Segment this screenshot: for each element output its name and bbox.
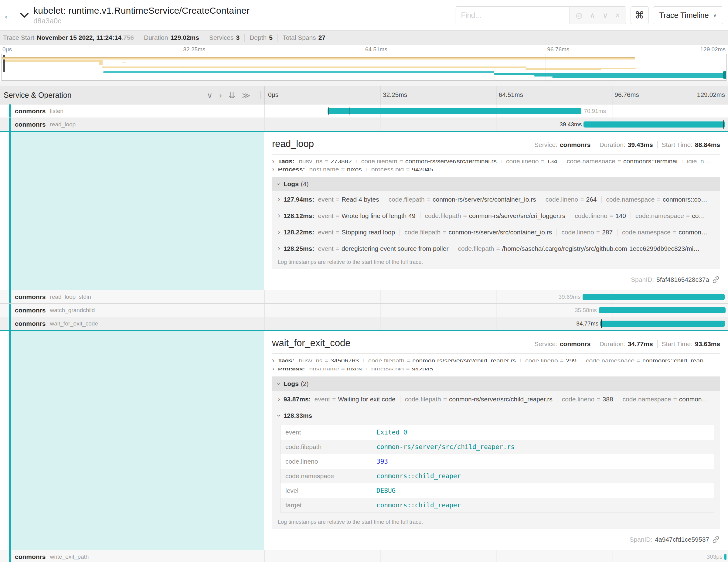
span-bar[interactable] [328,108,582,114]
ruler-tick: 64.51ms [365,46,387,53]
span-operation: wait_for_exit_code [50,320,98,327]
span-row-watch-grandchild[interactable]: conmonrs watch_grandchild 35.58ms [0,304,728,317]
tag-value: 134 [547,160,557,163]
log-entry[interactable]: › 128.22ms: event=Stopping read loop cod… [272,224,720,240]
span-bar[interactable] [600,321,725,327]
process-row[interactable]: › Process: host.name=nixos process.pid=9… [272,368,720,371]
separator [520,359,521,362]
title-block: kubelet: runtime.v1.RuntimeService/Creat… [33,5,250,25]
collapse-all-icon[interactable]: ⇊ [229,91,235,99]
span-timeline-cell[interactable]: 70.91ms [264,104,728,118]
span-bar[interactable] [583,121,725,128]
separator [562,160,562,163]
log-timestamp: 128.22ms: [284,229,315,236]
chevron-right-icon: › [272,368,274,371]
span-duration-label: 34.77ms [576,320,598,327]
span-name-cell[interactable]: conmonrs read_loop [0,118,264,131]
minimap-span-segment [99,60,103,65]
duration-value: 39.43ms [628,141,653,148]
span-name-cell[interactable]: conmonrs watch_grandchild [0,304,264,317]
span-row-wait-for-exit-code[interactable]: conmonrs wait_for_exit_code 34.77ms [0,317,728,330]
chevron-down-icon: › [275,183,282,185]
span-row-listen[interactable]: conmonrs listen 70.91ms [0,104,728,118]
span-bar[interactable] [583,294,725,300]
minimap-span-segment [494,73,726,75]
log-entry[interactable]: › 128.12ms: event=Wrote log line of leng… [272,207,720,224]
tags-row[interactable]: › Tags: busy_ns=34506763 code.filepath=c… [272,359,720,362]
tag-value: conmon-rs/server/src/terminal.rs [405,160,497,163]
log-value: 388 [603,396,613,403]
minimap-ruler: 0μs 32.25ms 64.51ms 96.76ms 129.02ms [0,45,728,54]
chevron-right-icon: › [272,168,274,171]
prev-match-icon[interactable]: ∧ [590,12,595,19]
span-operation: listen [50,108,63,114]
tags-row[interactable]: › Tags: busy_ns=273882 code.filepath=con… [272,160,720,163]
log-timestamp: 127.94ms: [284,196,315,203]
separator [356,160,357,163]
span-timeline-cell[interactable]: 303μs [264,550,728,562]
span-name-cell[interactable]: conmonrs listen [0,104,264,118]
search-input[interactable] [455,7,569,24]
divider [272,154,720,155]
depth-value: 5 [269,34,273,41]
span-timeline-cell[interactable]: 39.69ms [264,290,728,303]
keyboard-shortcuts-button[interactable]: ⌘ [631,6,649,24]
find-group: ◎ ∧ ∨ × [455,6,626,24]
span-bar[interactable] [599,307,726,313]
process-value: nixos [347,368,362,371]
copy-link-icon[interactable] [712,276,719,283]
span-color-bar [9,104,11,118]
span-row-read-loop-stdin[interactable]: conmonrs read_loop_stdin 39.69ms [0,290,728,304]
log-entry-expanded[interactable]: › 128.33ms [272,407,720,424]
chevron-down-icon: › [275,383,282,385]
log-key: event [315,396,330,403]
expand-all-icon[interactable]: ≫ [242,91,250,99]
start-time-label: Start Time: [662,141,693,148]
logs-header[interactable]: › Logs (4) [272,177,720,191]
span-operation: read_loop [50,121,76,128]
expand-one-icon[interactable]: › [219,91,222,99]
span-row-read-loop[interactable]: conmonrs read_loop 39.43ms [0,118,728,131]
table-row: event Exited 0 [281,425,714,440]
span-name-cell[interactable]: conmonrs read_loop_stdin [0,290,264,303]
clear-search-icon[interactable]: × [615,12,620,19]
total-spans-label: Total Spans [283,34,316,41]
span-name-cell[interactable]: conmonrs wait_for_exit_code [0,317,264,330]
back-button[interactable]: ← [0,0,17,30]
collapse-one-icon[interactable]: ∨ [207,91,213,99]
log-entry[interactable]: › 128.25ms: event=deregistering event so… [272,240,720,257]
view-selector-button[interactable]: Trace Timeline ∨ [653,6,723,24]
match-case-icon[interactable]: ◎ [576,12,582,19]
table-row: code.lineno 393 [281,454,714,469]
span-timeline-cell[interactable]: 34.77ms [264,317,728,330]
divider [272,353,720,354]
process-row[interactable]: › Process: host.name=nixos process.pid=9… [272,168,720,171]
timeline-header: 0μs 32.25ms 64.51ms 96.76ms 129.02ms [264,86,728,104]
collapse-header-button[interactable] [17,12,32,18]
separator [595,340,595,348]
logs-header[interactable]: › Logs (2) [272,377,720,391]
next-match-icon[interactable]: ∨ [603,12,608,19]
span-name-cell[interactable]: conmonrs write_exit_path [0,550,264,562]
duration-value: 34.77ms [628,340,653,348]
tags-label: Tags: [278,359,294,362]
duration-value: 129.02ms [170,34,199,41]
log-key: code.filepath [425,212,461,220]
log-key: code.namespace [622,229,671,236]
log-entry[interactable]: › 93.87ms: event=Waiting for exit code c… [272,391,720,407]
span-timeline-cell[interactable]: 35.58ms [264,304,728,317]
span-color-bar [9,550,11,562]
separator [657,141,658,148]
span-row-write-exit-path[interactable]: conmonrs write_exit_path 303μs [0,550,728,562]
log-value: conmon… [679,396,708,403]
column-resize-handle[interactable] [260,91,262,99]
span-bar[interactable] [724,554,726,560]
span-timeline-cell[interactable]: 39.43ms [264,118,728,131]
minimap-canvas[interactable] [2,54,726,81]
chevron-right-icon: › [278,212,280,220]
copy-link-icon[interactable] [712,536,719,543]
log-key: event [318,229,333,236]
process-value: 942045 [412,168,433,171]
log-entry[interactable]: › 127.94ms: event=Read 4 bytes code.file… [272,191,720,207]
table-key: code.filepath [281,440,372,454]
